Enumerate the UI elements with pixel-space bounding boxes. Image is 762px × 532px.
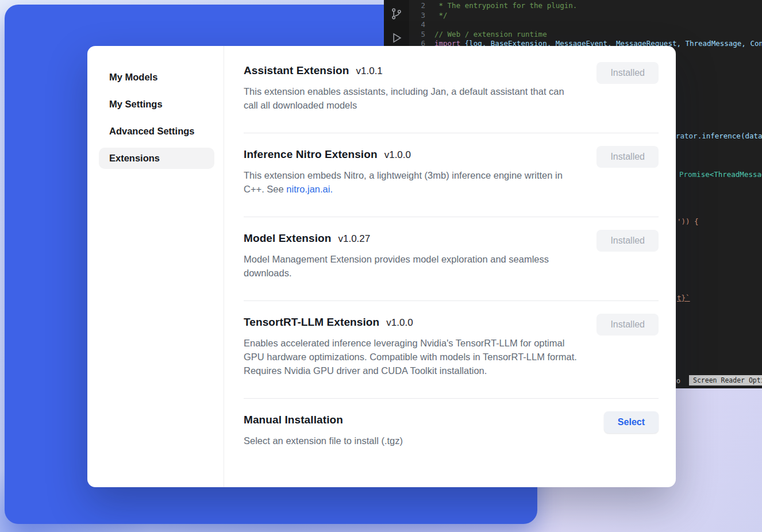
select-file-button[interactable]: Select (604, 411, 659, 433)
extension-row-inference-nitro: Inference Nitro Extension v1.0.0 This ex… (244, 133, 659, 217)
extension-title: Assistant Extension (244, 64, 349, 77)
installed-button: Installed (596, 146, 659, 168)
extension-description: Model Management Extension provides mode… (244, 252, 577, 280)
line-number: 4 (410, 20, 425, 30)
sidebar-item-my-settings[interactable]: My Settings (99, 94, 214, 115)
extension-title: Inference Nitro Extension (244, 148, 378, 161)
code-fragment: ')) { (677, 217, 699, 226)
extension-description: This extension embeds Nitro, a lightweig… (244, 168, 577, 196)
run-icon[interactable] (390, 31, 403, 45)
code-line: 4 (410, 20, 762, 30)
extension-version: v1.0.0 (386, 317, 413, 329)
line-number: 2 (410, 1, 425, 11)
line-number: 3 (410, 11, 425, 21)
sidebar-item-extensions[interactable]: Extensions (99, 148, 214, 169)
sidebar-item-my-models[interactable]: My Models (99, 67, 214, 88)
manual-installation-title: Manual Installation (244, 414, 343, 426)
code-text: */ (434, 11, 448, 21)
extension-title: Model Extension (244, 232, 331, 245)
extension-title: TensortRT-LLM Extension (244, 316, 379, 329)
settings-modal: My Models My Settings Advanced Settings … (87, 46, 676, 487)
code-fragment: Promise<ThreadMessage> (679, 170, 762, 179)
code-text: // Web / extension runtime (434, 30, 547, 40)
screen-reader-optimized-badge[interactable]: Screen Reader Optimized (689, 375, 762, 385)
code-line: 5 // Web / extension runtime (410, 30, 762, 40)
extension-version: v1.0.0 (384, 149, 411, 161)
extension-row-model: Model Extension v1.0.27 Model Management… (244, 217, 659, 301)
extensions-list: Assistant Extension v1.0.1 This extensio… (224, 46, 676, 487)
extension-header: Manual Installation (244, 414, 659, 426)
extension-row-tensorrt-llm: TensortRT-LLM Extension v1.0.0 Enables a… (244, 301, 659, 399)
code-text: * The entrypoint for the plugin. (434, 1, 577, 11)
desktop: { "desktop": { "accent_blue": "#3e62e7" … (0, 0, 762, 532)
manual-installation-description: Select an extension file to install (.tg… (244, 434, 577, 448)
sidebar-item-advanced-settings[interactable]: Advanced Settings (99, 121, 214, 142)
extension-version: v1.0.27 (338, 233, 370, 245)
installed-button: Installed (596, 62, 659, 84)
settings-sidebar: My Models My Settings Advanced Settings … (87, 46, 224, 487)
code-line: 3 */ (410, 11, 762, 21)
code-area: 2 * The entrypoint for the plugin. 3 */ … (410, 1, 762, 49)
code-line: 2 * The entrypoint for the plugin. (410, 1, 762, 11)
extension-version: v1.0.1 (356, 65, 383, 77)
extension-row-assistant: Assistant Extension v1.0.1 This extensio… (244, 49, 659, 133)
manual-installation-row: Manual Installation Select an extension … (244, 399, 659, 461)
line-number: 5 (410, 30, 425, 40)
extension-description: This extension enables assistants, inclu… (244, 84, 577, 112)
code-fragment: t}` (677, 294, 690, 302)
nitro-jan-ai-link[interactable]: nitro.jan.ai. (286, 184, 333, 194)
git-branch-icon[interactable] (390, 7, 403, 21)
extension-description: Enables accelerated inference leveraging… (244, 336, 577, 377)
installed-button: Installed (596, 314, 659, 336)
installed-button: Installed (596, 230, 659, 252)
code-fragment: rator.inference(data)); (676, 132, 762, 140)
